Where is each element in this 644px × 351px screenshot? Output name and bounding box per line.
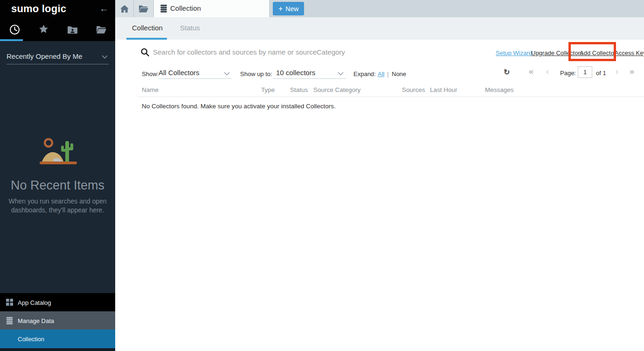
column-header-messages: Messages: [485, 86, 514, 93]
search-icon: [141, 48, 149, 56]
sidebar-tab-library[interactable]: [87, 22, 116, 36]
home-icon: [120, 5, 129, 13]
sidebar-header: sumo logic ←: [0, 0, 115, 41]
sidebar-item-collection[interactable]: Collection: [0, 330, 115, 348]
sidebar-item-label: App Catalog: [18, 299, 51, 306]
expand-all-link[interactable]: All: [378, 70, 384, 77]
last-page-icon[interactable]: »: [630, 67, 634, 77]
folder-button[interactable]: [134, 0, 154, 17]
subtab-status[interactable]: Status: [180, 24, 200, 32]
chevron-down-icon: [102, 55, 108, 59]
active-tab-indicator: [0, 39, 23, 41]
setup-wizard-link[interactable]: Setup Wizard: [496, 49, 532, 56]
expand-label: Expand:: [353, 70, 376, 77]
previous-page-icon[interactable]: ‹: [546, 67, 549, 77]
expand-none-link[interactable]: None: [392, 70, 406, 77]
new-button-label: New: [285, 5, 298, 13]
column-header-source-category: Source Category: [313, 86, 360, 93]
database-icon: [6, 317, 13, 324]
subtab-bar: Collection Status: [115, 17, 644, 40]
tab-collection[interactable]: Collection: [154, 0, 269, 17]
column-header-sources: Sources: [402, 86, 425, 93]
no-recent-items-title: No Recent Items: [0, 178, 115, 193]
clock-icon: [9, 24, 20, 35]
sidebar-bottom-strip: [0, 348, 115, 351]
page-label: Page:: [560, 70, 576, 77]
column-header-last-hour: Last Hour: [430, 86, 457, 93]
chevron-down-icon: [224, 72, 230, 76]
refresh-icon[interactable]: ↻: [504, 68, 510, 77]
sidebar-item-label: Manage Data: [18, 317, 54, 324]
cactus-icon: [61, 141, 73, 162]
star-icon: [39, 25, 48, 34]
empty-table-message: No Collectors found. Make sure you activ…: [142, 103, 336, 110]
open-folder-icon: [97, 26, 106, 34]
home-button[interactable]: [115, 0, 134, 17]
show-filter-dropdown[interactable]: All Collectors: [159, 68, 232, 79]
sidebar-tab-favorites[interactable]: [29, 22, 58, 36]
database-icon: [160, 5, 167, 13]
sidebar-item-label: Collection: [18, 336, 44, 343]
sun-icon: [45, 139, 52, 147]
tab-label: Collection: [170, 4, 201, 12]
column-header-name: Name: [142, 86, 159, 93]
table-header-divider: [137, 97, 644, 97]
recent-items-dropdown[interactable]: Recently Opened By Me: [7, 50, 109, 64]
sidebar: sumo logic ← Recently Opened By Me: [0, 0, 115, 351]
sumo-logic-logo: sumo logic: [11, 3, 66, 15]
collection-panel: Setup Wizard Upgrade Collectors Add Coll…: [126, 40, 644, 351]
column-header-type: Type: [261, 86, 275, 93]
ground-icon: [40, 161, 77, 164]
show-up-to-dropdown[interactable]: 10 collectors: [273, 68, 346, 79]
upgrade-collectors-link[interactable]: Upgrade Collectors: [531, 49, 583, 56]
open-folder-icon: [139, 5, 148, 13]
tab-strip: Collection + New: [115, 0, 644, 17]
show-filter-label: Show:: [142, 70, 159, 77]
next-page-icon[interactable]: ›: [616, 67, 618, 77]
chevron-down-icon: [338, 72, 344, 76]
new-button[interactable]: + New: [273, 2, 304, 15]
recent-items-dropdown-label: Recently Opened By Me: [7, 52, 83, 60]
show-filter-value: All Collectors: [159, 69, 200, 77]
grid-icon: [6, 299, 13, 306]
sidebar-tab-recent[interactable]: [0, 22, 29, 36]
sidebar-item-app-catalog[interactable]: App Catalog: [0, 293, 115, 311]
desert-illustration: [40, 135, 77, 167]
sidebar-tab-shared[interactable]: [58, 22, 87, 36]
show-up-to-value: 10 collectors: [276, 69, 315, 77]
add-collector-link[interactable]: Add Collector: [580, 49, 616, 56]
plus-icon: +: [278, 5, 283, 13]
no-recent-items-caption: When you run searches and open dashboard…: [5, 197, 110, 215]
sidebar-item-manage-data[interactable]: Manage Data: [0, 311, 115, 330]
search-input[interactable]: [153, 45, 437, 58]
mound-icon: [42, 152, 64, 162]
people-folder-icon: [68, 26, 77, 34]
separator: |: [387, 70, 388, 77]
first-page-icon[interactable]: «: [529, 67, 533, 77]
column-header-status: Status: [290, 86, 308, 93]
show-up-to-label: Show up to:: [240, 70, 272, 77]
subtab-collection[interactable]: Collection: [132, 24, 163, 32]
page-count-label: of 1: [596, 70, 606, 77]
page-number-input[interactable]: [578, 66, 592, 78]
collapse-sidebar-icon[interactable]: ←: [99, 3, 109, 14]
access-keys-link[interactable]: Access Keys: [615, 49, 644, 56]
